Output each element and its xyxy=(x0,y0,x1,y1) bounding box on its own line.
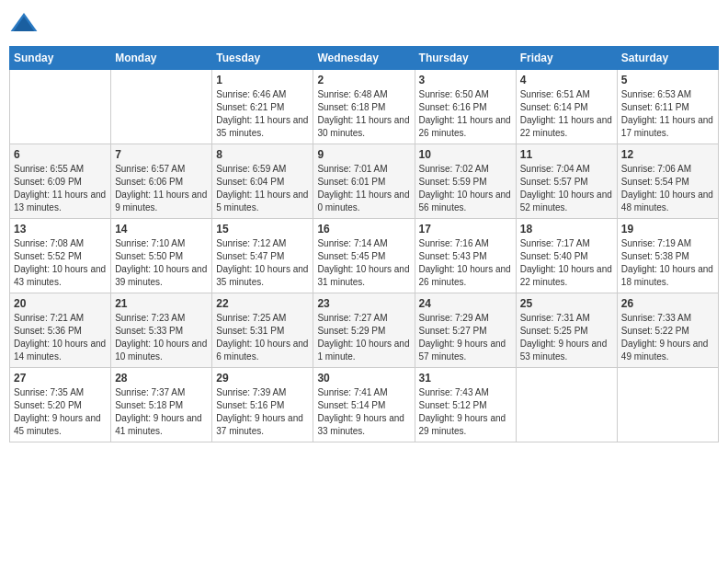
cell-info: Sunrise: 7:29 AMSunset: 5:27 PMDaylight:… xyxy=(419,312,512,363)
calendar-cell: 6Sunrise: 6:55 AMSunset: 6:09 PMDaylight… xyxy=(10,144,111,219)
cell-info: Sunrise: 6:46 AMSunset: 6:21 PMDaylight:… xyxy=(216,88,309,140)
calendar-cell: 21Sunrise: 7:23 AMSunset: 5:33 PMDayligh… xyxy=(111,293,212,368)
cell-info: Sunrise: 7:10 AMSunset: 5:50 PMDaylight:… xyxy=(115,237,208,289)
calendar-cell: 10Sunrise: 7:02 AMSunset: 5:59 PMDayligh… xyxy=(415,144,516,219)
calendar-cell: 9Sunrise: 7:01 AMSunset: 6:01 PMDaylight… xyxy=(313,144,415,219)
day-number: 2 xyxy=(317,74,410,86)
calendar-cell: 26Sunrise: 7:33 AMSunset: 5:22 PMDayligh… xyxy=(617,293,718,368)
cell-info: Sunrise: 6:55 AMSunset: 6:09 PMDaylight:… xyxy=(14,163,107,214)
calendar-cell: 18Sunrise: 7:17 AMSunset: 5:40 PMDayligh… xyxy=(516,219,617,293)
day-number: 14 xyxy=(115,223,208,236)
day-header-saturday: Saturday xyxy=(617,47,718,70)
calendar-cell xyxy=(617,368,718,442)
day-header-friday: Friday xyxy=(516,47,617,70)
cell-info: Sunrise: 7:14 AMSunset: 5:45 PMDaylight:… xyxy=(317,237,410,289)
calendar-cell: 15Sunrise: 7:12 AMSunset: 5:47 PMDayligh… xyxy=(212,219,313,293)
cell-info: Sunrise: 7:17 AMSunset: 5:40 PMDaylight:… xyxy=(520,237,613,289)
day-number: 26 xyxy=(621,297,714,310)
day-header-tuesday: Tuesday xyxy=(212,47,313,70)
calendar-cell: 23Sunrise: 7:27 AMSunset: 5:29 PMDayligh… xyxy=(313,293,415,368)
cell-info: Sunrise: 7:04 AMSunset: 5:57 PMDaylight:… xyxy=(520,163,613,214)
calendar-cell: 11Sunrise: 7:04 AMSunset: 5:57 PMDayligh… xyxy=(516,144,617,219)
calendar-cell: 25Sunrise: 7:31 AMSunset: 5:25 PMDayligh… xyxy=(516,293,617,368)
page-header xyxy=(9,9,719,39)
day-number: 31 xyxy=(419,372,512,385)
calendar-cell: 1Sunrise: 6:46 AMSunset: 6:21 PMDaylight… xyxy=(212,70,313,144)
cell-info: Sunrise: 6:57 AMSunset: 6:06 PMDaylight:… xyxy=(115,163,208,214)
cell-info: Sunrise: 7:19 AMSunset: 5:38 PMDaylight:… xyxy=(621,237,714,289)
cell-info: Sunrise: 6:53 AMSunset: 6:11 PMDaylight:… xyxy=(621,88,714,140)
day-number: 13 xyxy=(14,223,107,236)
calendar-cell: 12Sunrise: 7:06 AMSunset: 5:54 PMDayligh… xyxy=(617,144,718,219)
calendar-cell: 14Sunrise: 7:10 AMSunset: 5:50 PMDayligh… xyxy=(111,219,212,293)
week-row-2: 6Sunrise: 6:55 AMSunset: 6:09 PMDaylight… xyxy=(10,144,719,219)
calendar-cell: 7Sunrise: 6:57 AMSunset: 6:06 PMDaylight… xyxy=(111,144,212,219)
week-row-3: 13Sunrise: 7:08 AMSunset: 5:52 PMDayligh… xyxy=(10,219,719,293)
day-number: 3 xyxy=(419,74,512,86)
logo-icon xyxy=(9,9,39,39)
calendar-cell: 17Sunrise: 7:16 AMSunset: 5:43 PMDayligh… xyxy=(415,219,516,293)
day-number: 25 xyxy=(520,297,613,310)
day-number: 8 xyxy=(216,148,309,161)
cell-info: Sunrise: 7:31 AMSunset: 5:25 PMDaylight:… xyxy=(520,312,613,363)
cell-info: Sunrise: 6:50 AMSunset: 6:16 PMDaylight:… xyxy=(419,88,512,140)
cell-info: Sunrise: 7:23 AMSunset: 5:33 PMDaylight:… xyxy=(115,312,208,363)
calendar-cell: 19Sunrise: 7:19 AMSunset: 5:38 PMDayligh… xyxy=(617,219,718,293)
calendar-cell: 29Sunrise: 7:39 AMSunset: 5:16 PMDayligh… xyxy=(212,368,313,442)
cell-info: Sunrise: 6:48 AMSunset: 6:18 PMDaylight:… xyxy=(317,88,410,140)
day-number: 10 xyxy=(419,148,512,161)
calendar-cell: 22Sunrise: 7:25 AMSunset: 5:31 PMDayligh… xyxy=(212,293,313,368)
day-number: 29 xyxy=(216,372,309,385)
day-number: 1 xyxy=(216,74,309,86)
logo xyxy=(9,9,42,39)
calendar-cell: 31Sunrise: 7:43 AMSunset: 5:12 PMDayligh… xyxy=(415,368,516,442)
cell-info: Sunrise: 7:06 AMSunset: 5:54 PMDaylight:… xyxy=(621,163,714,214)
week-row-5: 27Sunrise: 7:35 AMSunset: 5:20 PMDayligh… xyxy=(10,368,719,442)
cell-info: Sunrise: 7:37 AMSunset: 5:18 PMDaylight:… xyxy=(115,386,208,438)
day-number: 15 xyxy=(216,223,309,236)
cell-info: Sunrise: 6:51 AMSunset: 6:14 PMDaylight:… xyxy=(520,88,613,140)
day-number: 18 xyxy=(520,223,613,236)
cell-info: Sunrise: 7:08 AMSunset: 5:52 PMDaylight:… xyxy=(14,237,107,289)
calendar-cell: 24Sunrise: 7:29 AMSunset: 5:27 PMDayligh… xyxy=(415,293,516,368)
day-number: 11 xyxy=(520,148,613,161)
day-number: 20 xyxy=(14,297,107,310)
calendar-cell: 4Sunrise: 6:51 AMSunset: 6:14 PMDaylight… xyxy=(516,70,617,144)
day-number: 16 xyxy=(317,223,410,236)
calendar-cell: 8Sunrise: 6:59 AMSunset: 6:04 PMDaylight… xyxy=(212,144,313,219)
day-number: 21 xyxy=(115,297,208,310)
calendar-cell: 28Sunrise: 7:37 AMSunset: 5:18 PMDayligh… xyxy=(111,368,212,442)
day-header-thursday: Thursday xyxy=(415,47,516,70)
cell-info: Sunrise: 7:25 AMSunset: 5:31 PMDaylight:… xyxy=(216,312,309,363)
cell-info: Sunrise: 6:59 AMSunset: 6:04 PMDaylight:… xyxy=(216,163,309,214)
calendar-cell: 27Sunrise: 7:35 AMSunset: 5:20 PMDayligh… xyxy=(10,368,111,442)
day-number: 6 xyxy=(14,148,107,161)
cell-info: Sunrise: 7:27 AMSunset: 5:29 PMDaylight:… xyxy=(317,312,410,363)
cell-info: Sunrise: 7:12 AMSunset: 5:47 PMDaylight:… xyxy=(216,237,309,289)
day-number: 7 xyxy=(115,148,208,161)
cell-info: Sunrise: 7:33 AMSunset: 5:22 PMDaylight:… xyxy=(621,312,714,363)
calendar-cell xyxy=(516,368,617,442)
day-number: 12 xyxy=(621,148,714,161)
calendar-cell: 30Sunrise: 7:41 AMSunset: 5:14 PMDayligh… xyxy=(313,368,415,442)
day-header-wednesday: Wednesday xyxy=(313,47,415,70)
day-number: 23 xyxy=(317,297,410,310)
cell-info: Sunrise: 7:39 AMSunset: 5:16 PMDaylight:… xyxy=(216,386,309,438)
calendar-table: SundayMondayTuesdayWednesdayThursdayFrid… xyxy=(9,46,719,442)
calendar-cell: 5Sunrise: 6:53 AMSunset: 6:11 PMDaylight… xyxy=(617,70,718,144)
week-row-4: 20Sunrise: 7:21 AMSunset: 5:36 PMDayligh… xyxy=(10,293,719,368)
cell-info: Sunrise: 7:43 AMSunset: 5:12 PMDaylight:… xyxy=(419,386,512,438)
cell-info: Sunrise: 7:21 AMSunset: 5:36 PMDaylight:… xyxy=(14,312,107,363)
calendar-cell: 13Sunrise: 7:08 AMSunset: 5:52 PMDayligh… xyxy=(10,219,111,293)
cell-info: Sunrise: 7:35 AMSunset: 5:20 PMDaylight:… xyxy=(14,386,107,438)
day-number: 5 xyxy=(621,74,714,86)
day-number: 9 xyxy=(317,148,410,161)
cell-info: Sunrise: 7:41 AMSunset: 5:14 PMDaylight:… xyxy=(317,386,410,438)
day-number: 24 xyxy=(419,297,512,310)
day-number: 17 xyxy=(419,223,512,236)
header-row: SundayMondayTuesdayWednesdayThursdayFrid… xyxy=(10,47,719,70)
cell-info: Sunrise: 7:01 AMSunset: 6:01 PMDaylight:… xyxy=(317,163,410,214)
day-header-monday: Monday xyxy=(111,47,212,70)
day-number: 22 xyxy=(216,297,309,310)
day-header-sunday: Sunday xyxy=(10,47,111,70)
